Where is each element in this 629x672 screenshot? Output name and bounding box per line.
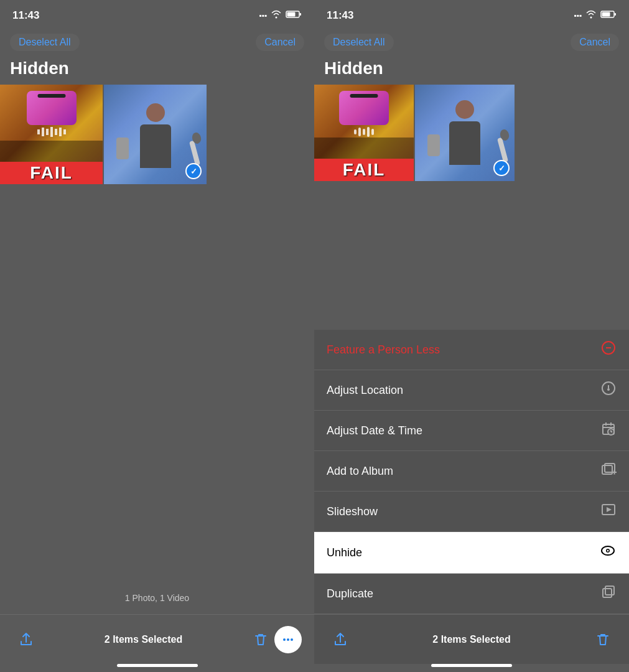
svg-point-13 [608,389,609,390]
mic-stick [189,141,200,166]
svg-rect-31 [605,586,614,595]
left-page-title: Hidden [0,56,314,85]
adjust-date-time-icon [600,421,617,441]
right-signal-icon: ▪▪▪ [574,11,582,20]
duplicate-icon [600,584,617,604]
add-to-album-label: Add to Album [327,465,393,478]
unhide-icon [599,542,617,563]
right-home-indicator [431,664,512,667]
svg-point-4 [287,638,289,641]
signal-icon: ▪▪▪ [259,11,267,20]
person-head [146,103,165,122]
left-status-icons: ▪▪▪ [259,10,302,21]
svg-point-5 [291,638,293,641]
fail-text: FAIL [0,162,103,184]
duplicate-label: Duplicate [327,587,373,600]
right-person-head [455,100,474,119]
left-panel: 11:43 ▪▪▪ Deselect All Cancel [0,0,314,672]
right-cancel-button[interactable]: Cancel [571,34,619,51]
adjust-location-label: Adjust Location [327,384,403,397]
right-bottom-bar: 2 Items Selected [314,614,629,664]
soundwave-icon [37,127,66,137]
duplicate-item[interactable]: Duplicate [314,574,629,614]
slideshow-label: Slideshow [327,505,378,518]
right-delete-button[interactable] [589,626,617,653]
right-photo-grid: FAIL ✓ ✓ [314,85,629,181]
left-content-area: 1 Photo, 1 Video [0,184,314,614]
battery-icon [286,10,302,21]
svg-point-29 [607,550,609,552]
right-time: 11:43 [327,9,353,22]
left-more-button[interactable] [274,626,302,653]
svg-rect-2 [287,12,296,17]
right-soundwave-icon [354,127,374,137]
right-selection-label: 2 Items Selected [354,634,589,645]
person-figure [131,103,180,184]
left-items-count: 1 Photo, 1 Video [0,593,314,608]
slideshow-icon [600,502,617,521]
left-time: 11:43 [12,9,39,22]
right-share-button[interactable] [327,626,354,653]
left-home-indicator [117,664,198,667]
right-status-icons: ▪▪▪ [574,10,617,21]
svg-marker-26 [607,507,612,512]
add-to-album-item[interactable]: Add to Album [314,451,629,492]
right-person-body [449,121,480,165]
phone-decoration [116,138,129,159]
unhide-label: Unhide [327,546,362,559]
svg-rect-7 [615,13,617,16]
person-body [140,124,171,168]
left-photo-2[interactable]: ✓ [104,85,207,184]
left-cancel-button[interactable]: Cancel [256,34,304,51]
left-photo-1[interactable]: FAIL ✓ [0,85,103,184]
adjust-date-time-label: Adjust Date & Time [327,424,422,437]
left-photo-grid: FAIL ✓ ✓ [0,85,314,184]
adjust-location-icon [600,380,617,400]
left-status-bar: 11:43 ▪▪▪ [0,0,314,31]
left-bottom-bar: 2 Items Selected [0,614,314,664]
svg-point-3 [283,638,286,641]
left-deselect-all-button[interactable]: Deselect All [10,34,80,51]
left-photo-2-check[interactable]: ✓ [185,163,202,179]
right-battery-icon [600,10,617,21]
left-delete-button[interactable] [247,626,274,653]
context-menu: Feature a Person Less Adjust Location [314,330,629,672]
left-share-button[interactable] [12,626,40,653]
left-selection-label: 2 Items Selected [40,634,247,645]
right-photo-2-check[interactable]: ✓ [493,160,510,176]
right-status-bar: 11:43 ▪▪▪ [314,0,629,31]
unhide-item[interactable]: Unhide [314,532,629,574]
right-page-title: Hidden [314,56,629,85]
slideshow-item[interactable]: Slideshow [314,492,629,532]
wifi-icon [271,10,282,21]
right-panel: 11:43 ▪▪▪ Deselect All Cancel [314,0,629,672]
right-photo-1[interactable]: FAIL ✓ [314,85,414,181]
svg-rect-30 [603,589,612,597]
right-phone-decoration [427,134,440,156]
feature-person-less-item[interactable]: Feature a Person Less [314,330,629,370]
svg-rect-8 [602,12,610,17]
right-person-figure [440,100,490,181]
add-to-album-icon [600,461,617,481]
feature-person-less-icon [600,340,617,360]
right-fail-text: FAIL [314,159,414,181]
adjust-date-time-item[interactable]: Adjust Date & Time [314,411,629,451]
right-mic-stick [497,138,508,163]
feature-person-less-label: Feature a Person Less [327,343,440,357]
right-deselect-all-button[interactable]: Deselect All [324,34,394,51]
right-photo-2[interactable]: ✓ [415,85,515,181]
adjust-location-item[interactable]: Adjust Location [314,370,629,411]
right-top-bar: Deselect All Cancel [314,31,629,56]
svg-rect-1 [300,13,302,16]
left-top-bar: Deselect All Cancel [0,31,314,56]
right-wifi-icon [585,10,597,21]
